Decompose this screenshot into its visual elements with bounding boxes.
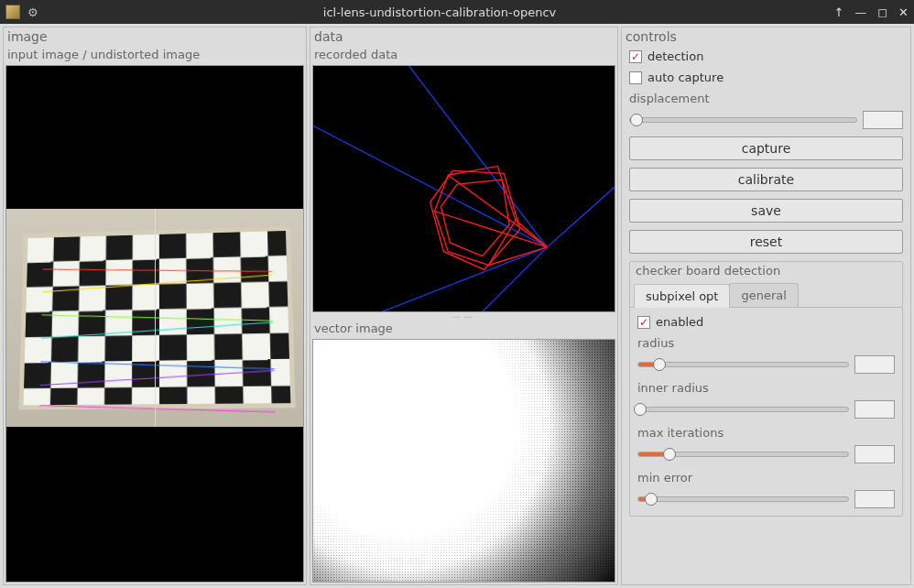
maximize-icon[interactable]: ◻ <box>877 5 887 19</box>
enabled-label: enabled <box>656 315 703 329</box>
app-icon <box>5 5 20 19</box>
checkerboard-image <box>6 209 303 427</box>
displacement-label: displacement <box>626 90 907 105</box>
input-image-view[interactable] <box>5 65 304 583</box>
recorded-data-svg <box>313 66 615 311</box>
detection-label: detection <box>647 49 703 63</box>
inner-radius-slider[interactable] <box>637 407 849 412</box>
autocapture-label: auto capture <box>647 71 724 84</box>
panel-image: image input image / undistorted image <box>3 27 307 585</box>
min-error-value[interactable] <box>854 490 895 508</box>
radius-label: radius <box>634 334 898 350</box>
window-title: icl-lens-undistortion-calibration-opencv <box>46 5 834 19</box>
tab-subpixel-opt[interactable]: subpixel opt <box>634 284 730 308</box>
reset-button[interactable]: reset <box>629 230 903 254</box>
app-body: image input image / undistorted image da… <box>0 24 914 588</box>
capture-button[interactable]: capture <box>629 136 903 160</box>
autocapture-checkbox[interactable] <box>629 71 642 84</box>
calibrate-button[interactable]: calibrate <box>629 168 903 191</box>
panel-controls-title: controls <box>622 27 910 46</box>
panel-data: data recorded data ⋯⋯ vector image <box>310 27 618 585</box>
gear-icon[interactable]: ⚙ <box>27 5 38 19</box>
panel-data-title: data <box>310 27 617 46</box>
detection-checkbox[interactable] <box>629 50 642 63</box>
radius-slider[interactable] <box>637 362 849 367</box>
displacement-slider[interactable] <box>629 117 857 123</box>
minimize-icon[interactable]: — <box>854 5 866 19</box>
vector-image-label: vector image <box>310 320 617 337</box>
save-button[interactable]: save <box>629 199 903 223</box>
subpixel-tab-body: enabled radius inner radius <box>630 308 902 516</box>
max-iter-label: max iterations <box>634 424 898 440</box>
max-iter-value[interactable] <box>854 445 895 463</box>
input-image-label: input image / undistorted image <box>4 46 306 63</box>
vector-image-view[interactable] <box>312 339 615 583</box>
inner-radius-value[interactable] <box>854 400 895 419</box>
min-error-slider[interactable] <box>637 496 849 502</box>
detection-tabs: subpixel opt general <box>630 279 902 308</box>
max-iter-slider[interactable] <box>637 452 849 457</box>
panel-controls: controls detection auto capture displace… <box>621 27 911 585</box>
radius-value[interactable] <box>854 355 895 374</box>
vector-halftone <box>313 340 615 582</box>
displacement-value[interactable] <box>863 111 903 129</box>
checkerboard <box>19 226 296 409</box>
up-icon[interactable]: ↑ <box>833 5 843 19</box>
enabled-checkbox[interactable] <box>637 316 650 329</box>
close-icon[interactable]: ✕ <box>898 5 909 19</box>
recorded-data-label: recorded data <box>310 46 617 63</box>
titlebar: ⚙ icl-lens-undistortion-calibration-open… <box>0 0 914 24</box>
inner-radius-label: inner radius <box>634 379 898 395</box>
recorded-data-view[interactable] <box>312 65 615 312</box>
checkerboard-detection-title: checker board detection <box>630 262 902 279</box>
min-error-label: min error <box>634 469 898 485</box>
tab-general[interactable]: general <box>729 283 798 307</box>
panel-image-title: image <box>4 27 306 46</box>
checkerboard-detection-panel: checker board detection subpixel opt gen… <box>629 261 903 517</box>
